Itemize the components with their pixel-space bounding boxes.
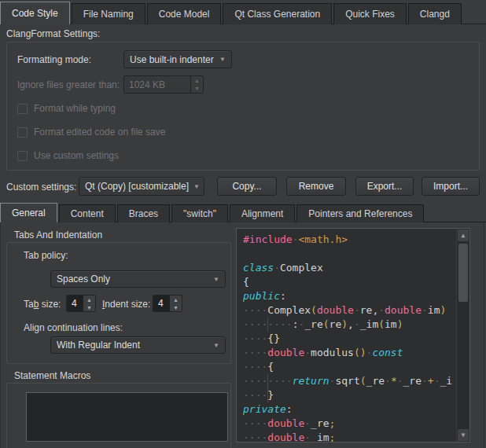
indent-guide — [267, 374, 268, 402]
tab-qt-class-generation[interactable]: Qt Class Generation — [223, 3, 332, 24]
copy-button[interactable]: Copy... — [217, 177, 277, 196]
format-while-typing-checkbox — [17, 104, 28, 114]
code-line: private: — [243, 402, 455, 417]
code-line: ········:·_re(re),·_im(im) — [243, 318, 455, 332]
tab-policy-label: Tab policy: — [24, 250, 68, 261]
chevron-down-icon: ▼ — [213, 276, 219, 283]
tab-braces[interactable]: Braces — [117, 204, 170, 222]
align-continuation-label: Align continuation lines: — [24, 322, 123, 333]
tab-general[interactable]: General — [0, 203, 57, 222]
code-line: ····double·_im; — [243, 431, 455, 442]
code-line: class·Complex — [243, 261, 455, 275]
format-while-typing-row: Format while typing — [17, 103, 116, 114]
code-line: ····{ — [243, 360, 455, 374]
code-line — [243, 247, 455, 261]
spin-up-icon[interactable]: ▲ — [83, 296, 95, 303]
use-custom-settings-row: Use custom settings — [17, 150, 119, 161]
format-while-typing-label: Format while typing — [34, 103, 116, 114]
code-line: ····double·_re; — [243, 417, 455, 431]
indent-size-value[interactable]: 4 — [153, 296, 169, 311]
vertical-scrollbar[interactable]: ▲ ▼ — [456, 229, 469, 442]
indent-guide — [267, 318, 268, 332]
tabs-indentation-title: Tabs And Indentation — [14, 230, 102, 241]
formatting-mode-value: Use built-in indenter — [130, 54, 214, 65]
tab-quick-fixes[interactable]: Quick Fixes — [333, 3, 407, 24]
style-tabbar: General Content Braces "switch" Alignmen… — [0, 203, 425, 222]
chevron-down-icon: ▼ — [213, 342, 219, 349]
tab-file-naming[interactable]: File Naming — [72, 3, 145, 24]
clangformat-settings-title: ClangFormat Settings: — [6, 28, 100, 39]
statement-macros-title: Statement Macros — [14, 370, 90, 381]
ignore-files-value: 1024 KB — [124, 76, 190, 93]
chevron-down-icon: ▼ — [193, 183, 200, 190]
spin-down-icon[interactable]: ▼ — [83, 303, 95, 311]
formatting-mode-label: Formatting mode: — [17, 54, 91, 65]
tab-size-label: Tab size: — [24, 299, 61, 310]
scroll-up-icon[interactable]: ▲ — [458, 230, 469, 241]
custom-settings-select[interactable]: Qt (Copy) [customizable] ▼ — [79, 177, 204, 196]
import-button[interactable]: Import... — [422, 177, 480, 196]
align-continuation-select[interactable]: With Regular Indent ▼ — [50, 336, 226, 354]
tab-code-style[interactable]: Code Style — [0, 2, 70, 24]
indent-size-label: Indent size: — [102, 299, 150, 310]
tab-clangd[interactable]: Clangd — [408, 3, 462, 24]
tab-policy-select[interactable]: Spaces Only ▼ — [50, 270, 226, 288]
formatting-mode-select[interactable]: Use built-in indenter ▼ — [123, 50, 232, 68]
tab-code-model[interactable]: Code Model — [147, 3, 222, 24]
spin-down-icon: ▼ — [191, 85, 203, 94]
code-line: ····} — [243, 388, 455, 402]
chevron-down-icon: ▼ — [219, 56, 226, 63]
tab-pointers-references[interactable]: Pointers and References — [296, 204, 424, 222]
spin-up-icon: ▲ — [191, 76, 203, 85]
scrollbar-thumb[interactable] — [458, 244, 468, 302]
tab-size-value[interactable]: 4 — [67, 296, 83, 311]
format-on-save-checkbox — [17, 127, 28, 138]
code-line: ········return·sqrt(_re·*·_re·+·_i — [243, 374, 455, 388]
format-on-save-label: Format edited code on file save — [34, 127, 165, 138]
custom-settings-label: Custom settings: — [6, 182, 76, 193]
code-preview: #include·<math.h> class·Complex{public:·… — [236, 228, 470, 442]
spin-down-icon[interactable]: ▼ — [170, 303, 182, 311]
tab-alignment[interactable]: Alignment — [230, 204, 295, 222]
code-line: ····double·modulus()·const — [243, 346, 455, 360]
ignore-files-spinner: 1024 KB ▲ ▼ — [123, 75, 204, 94]
tab-pane-left-edge — [0, 222, 1, 448]
code-line: #include·<math.h> — [243, 233, 455, 247]
remove-button[interactable]: Remove — [286, 177, 346, 196]
format-on-save-row: Format edited code on file save — [17, 127, 165, 138]
custom-settings-value: Qt (Copy) [customizable] — [85, 181, 189, 192]
statement-macros-textarea[interactable] — [26, 392, 228, 442]
scroll-down-icon[interactable]: ▼ — [458, 429, 469, 441]
code-line: public: — [243, 289, 455, 303]
tab-pane-right-edge — [484, 222, 484, 448]
spin-up-icon[interactable]: ▲ — [170, 296, 182, 303]
tab-size-spinner[interactable]: 4 ▲ ▼ — [66, 295, 96, 312]
indent-size-spinner[interactable]: 4 ▲ ▼ — [153, 295, 182, 312]
use-custom-settings-label: Use custom settings — [34, 150, 119, 161]
ignore-files-label: Ignore files greater than: — [17, 79, 120, 90]
use-custom-settings-checkbox — [17, 151, 28, 161]
tab-content[interactable]: Content — [59, 204, 116, 222]
code-lines: #include·<math.h> class·Complex{public:·… — [243, 233, 455, 442]
export-button[interactable]: Export... — [355, 177, 414, 196]
tab-switch[interactable]: "switch" — [171, 204, 228, 222]
code-line: { — [243, 275, 455, 289]
code-line: ····Complex(double·re,·double·im) — [243, 303, 455, 318]
tab-policy-value: Spaces Only — [57, 274, 110, 285]
align-continuation-value: With Regular Indent — [57, 340, 140, 351]
settings-tabbar: Code Style File Naming Code Model Qt Cla… — [0, 2, 463, 24]
code-line: ····{} — [243, 332, 455, 346]
